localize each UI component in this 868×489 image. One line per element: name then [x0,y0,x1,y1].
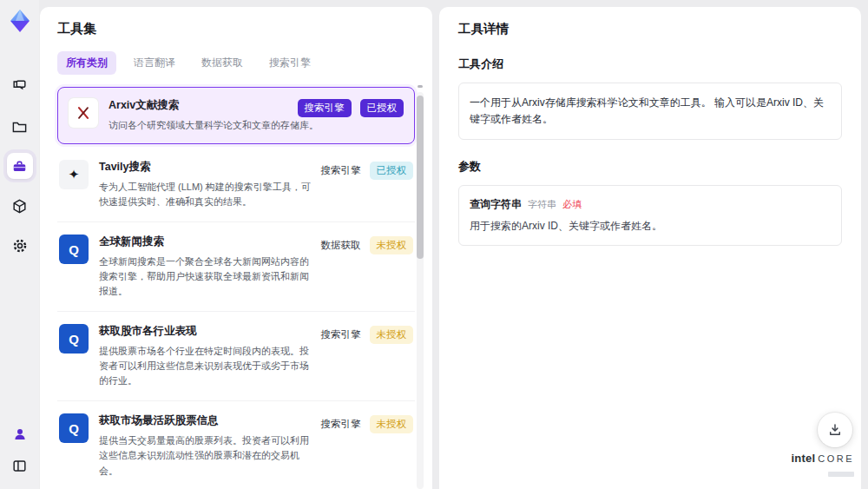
tool-body: Arxiv文献搜索 访问各个研究领域大量科学论文和文章的存储库。 [108,98,320,133]
detail-title: 工具详情 [458,21,842,37]
nav-sidebar [0,0,39,489]
tab-language-translation[interactable]: 语言翻译 [125,51,184,75]
sidebar-item-settings[interactable] [7,233,33,259]
category-label: 搜索引擎 [321,164,361,177]
category-label: 数据获取 [321,239,361,252]
tool-tags: 搜索引擎 已授权 [321,162,414,180]
intel-core-text: core [818,453,854,464]
category-badge: 搜索引擎 [298,99,352,117]
params-heading: 参数 [458,159,842,175]
gear-icon [11,237,29,254]
nav-icon-group [7,73,33,259]
tool-name: 全球新闻搜索 [99,235,311,249]
param-card: 查询字符串 字符串 必填 用于搜索的Arxiv ID、关键字或作者姓名。 [458,185,842,246]
sidebar-item-user[interactable] [7,421,33,447]
main-area: 工具集 所有类别 语言翻译 数据获取 搜索引擎 A [39,0,868,489]
tool-description: 专为人工智能代理 (LLM) 构建的搜索引擎工具，可快速提供实时、准确和真实的结… [99,180,311,209]
tool-body: Tavily搜索 专为人工智能代理 (LLM) 构建的搜索引擎工具，可快速提供实… [99,160,311,209]
cube-icon [11,198,28,215]
tool-card-tavily[interactable]: ✦ Tavily搜索 专为人工智能代理 (LLM) 构建的搜索引擎工具，可快速提… [57,148,415,222]
auth-status-badge: 已授权 [360,99,404,117]
intel-logo: intel core [791,453,854,480]
user-icon [12,426,28,442]
category-label: 搜索引擎 [321,328,361,341]
intro-card: 一个用于从Arxiv存储库搜索科学论文和文章的工具。 输入可以是Arxiv ID… [458,83,842,140]
tool-card-active-stocks[interactable]: Q 获取市场最活跃股票信息 提供当天交易量最高的股票列表。投资者可以利用这些信息… [57,401,415,489]
download-icon [827,422,843,438]
category-tabs: 所有类别 语言翻译 数据获取 搜索引擎 [57,51,415,75]
tool-card-stock-sector[interactable]: Q 获取股市各行业表现 提供股票市场各个行业在特定时间段内的表现。投资者可以利用… [57,312,415,401]
tool-name: Arxiv文献搜索 [108,98,320,113]
sparkle-icon: ✦ [59,160,89,189]
tab-search-engine[interactable]: 搜索引擎 [260,51,319,75]
tool-description: 提供当天交易量最高的股票列表。投资者可以利用这些信息来识别流动性强的股票和潜在的… [99,433,311,478]
nav-bottom-group [7,421,33,479]
tool-name: Tavily搜索 [99,160,311,175]
tab-all-categories[interactable]: 所有类别 [57,51,116,75]
intel-brand-text: intel [791,453,815,465]
sidebar-item-toolbox[interactable] [7,153,33,179]
sidebar-item-chat[interactable] [7,73,33,99]
news-search-icon: Q [59,235,89,264]
sidebar-item-collapse-panel[interactable] [7,453,33,479]
app-root: 工具集 所有类别 语言翻译 数据获取 搜索引擎 A [0,0,868,489]
scrollbar-cap [418,85,423,88]
panel-toggle-icon [11,458,28,474]
scrollbar-track[interactable] [417,92,424,489]
tool-body: 获取股市各行业表现 提供股票市场各个行业在特定时间段内的表现。投资者可以利用这些… [99,324,311,388]
diamond-logo-icon [6,7,34,35]
tool-name: 获取股市各行业表现 [99,324,311,339]
active-stock-icon: Q [59,413,89,443]
tool-description: 提供股票市场各个行业在特定时间段内的表现。投资者可以利用这些信息来识别表现优于或… [99,344,311,388]
tool-card-global-news[interactable]: Q 全球新闻搜索 全球新闻搜索是一个聚合全球各大新闻网站内容的搜索引擎，帮助用户… [57,222,415,312]
tool-tags: 搜索引擎 未授权 [321,326,414,344]
intel-logo-sub [828,472,854,477]
intro-text: 一个用于从Arxiv存储库搜索科学论文和文章的工具。 输入可以是Arxiv ID… [470,95,831,128]
tool-body: 全球新闻搜索 全球新闻搜索是一个聚合全球各大新闻网站内容的搜索引擎，帮助用户快速… [99,235,311,299]
tool-list-panel: 工具集 所有类别 语言翻译 数据获取 搜索引擎 A [40,7,432,489]
tool-name: 获取市场最活跃股票信息 [99,413,311,428]
tool-list: Arxiv文献搜索 访问各个研究领域大量科学论文和文章的存储库。 搜索引擎 已授… [57,87,415,489]
tool-tags: 搜索引擎 已授权 [298,99,404,117]
toolbox-icon [11,158,28,175]
tool-tags: 数据获取 未授权 [321,236,414,254]
arxiv-logo-icon [69,98,98,128]
auth-status-badge: 未授权 [370,236,414,254]
folder-icon [11,118,28,135]
tool-body: 获取市场最活跃股票信息 提供当天交易量最高的股票列表。投资者可以利用这些信息来识… [99,413,311,478]
param-description: 用于搜索的Arxiv ID、关键字或作者姓名。 [470,219,831,234]
auth-status-badge: 已授权 [370,162,414,180]
intro-heading: 工具介绍 [458,56,842,72]
tool-detail-panel: 工具详情 工具介绍 一个用于从Arxiv存储库搜索科学论文和文章的工具。 输入可… [439,7,861,489]
param-header-row: 查询字符串 字符串 必填 [470,197,831,212]
param-type: 字符串 [528,198,556,211]
page-title: 工具集 [57,21,415,37]
tool-tags: 搜索引擎 未授权 [321,415,414,433]
tool-description: 全球新闻搜索是一个聚合全球各大新闻网站内容的搜索引擎，帮助用户快速获取全球最新资… [99,254,311,299]
app-logo [6,7,34,35]
tool-card-arxiv[interactable]: Arxiv文献搜索 访问各个研究领域大量科学论文和文章的存储库。 搜索引擎 已授… [57,87,415,144]
auth-status-badge: 未授权 [370,326,414,344]
sidebar-item-files[interactable] [7,113,33,139]
auth-status-badge: 未授权 [370,415,414,433]
tool-description: 访问各个研究领域大量科学论文和文章的存储库。 [108,118,320,133]
param-required-badge: 必填 [562,198,582,211]
sidebar-item-models[interactable] [7,193,33,219]
download-button[interactable] [818,413,852,447]
stock-sector-icon: Q [59,324,89,354]
category-label: 搜索引擎 [321,418,361,431]
chat-icon [11,78,28,95]
param-name: 查询字符串 [470,197,522,212]
scrollbar-thumb[interactable] [417,96,424,259]
tab-data-fetching[interactable]: 数据获取 [193,51,252,75]
